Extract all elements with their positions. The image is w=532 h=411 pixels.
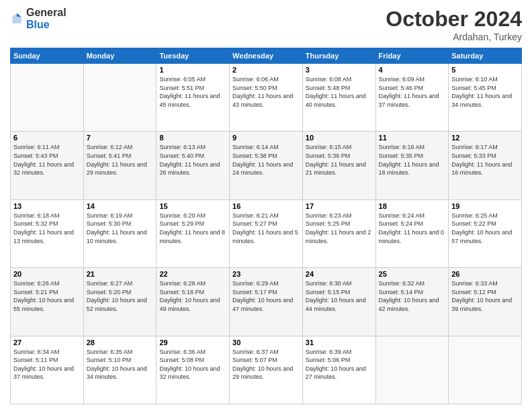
day-info: Sunrise: 6:25 AMSunset: 5:22 PMDaylight:… bbox=[451, 212, 519, 245]
day-number: 1 bbox=[159, 66, 226, 74]
calendar-week-row: 20Sunrise: 6:26 AMSunset: 5:21 PMDayligh… bbox=[11, 268, 522, 336]
calendar-day-cell: 15Sunrise: 6:20 AMSunset: 5:29 PMDayligh… bbox=[157, 199, 230, 267]
logo-text: General Blue bbox=[26, 7, 66, 30]
day-info: Sunrise: 6:16 AMSunset: 5:35 PMDaylight:… bbox=[379, 143, 446, 177]
calendar-day-cell: 12Sunrise: 6:17 AMSunset: 5:33 PMDayligh… bbox=[449, 132, 522, 199]
day-number: 16 bbox=[232, 202, 300, 210]
calendar-day-cell: 29Sunrise: 6:36 AMSunset: 5:08 PMDayligh… bbox=[157, 336, 230, 404]
calendar-day-cell: 17Sunrise: 6:23 AMSunset: 5:25 PMDayligh… bbox=[302, 199, 375, 267]
day-info: Sunrise: 6:35 AMSunset: 5:10 PMDaylight:… bbox=[87, 348, 154, 381]
day-number: 17 bbox=[306, 202, 373, 210]
day-number: 20 bbox=[13, 270, 81, 278]
calendar-day-cell: 21Sunrise: 6:27 AMSunset: 5:20 PMDayligh… bbox=[83, 268, 157, 336]
calendar-day-cell: 31Sunrise: 6:39 AMSunset: 5:06 PMDayligh… bbox=[302, 336, 375, 404]
calendar-day-cell bbox=[375, 336, 449, 404]
calendar-day-cell: 28Sunrise: 6:35 AMSunset: 5:10 PMDayligh… bbox=[83, 336, 157, 404]
day-info: Sunrise: 6:36 AMSunset: 5:08 PMDaylight:… bbox=[159, 348, 226, 381]
day-info: Sunrise: 6:14 AMSunset: 5:38 PMDaylight:… bbox=[232, 143, 300, 177]
day-number: 21 bbox=[87, 270, 154, 278]
day-number: 31 bbox=[306, 338, 373, 347]
day-info: Sunrise: 6:15 AMSunset: 5:36 PMDaylight:… bbox=[306, 143, 373, 177]
calendar-day-cell: 1Sunrise: 6:05 AMSunset: 5:51 PMDaylight… bbox=[157, 64, 230, 132]
day-number: 11 bbox=[379, 134, 446, 142]
calendar-table: SundayMondayTuesdayWednesdayThursdayFrid… bbox=[10, 48, 522, 404]
day-info: Sunrise: 6:06 AMSunset: 5:50 PMDaylight:… bbox=[232, 75, 300, 109]
day-info: Sunrise: 6:28 AMSunset: 5:18 PMDaylight:… bbox=[159, 279, 226, 313]
day-info: Sunrise: 6:13 AMSunset: 5:40 PMDaylight:… bbox=[159, 143, 226, 177]
day-number: 13 bbox=[13, 202, 81, 210]
logo: General Blue bbox=[10, 7, 66, 30]
day-info: Sunrise: 6:30 AMSunset: 5:15 PMDaylight:… bbox=[306, 279, 373, 313]
day-number: 18 bbox=[379, 202, 446, 210]
calendar-day-cell: 10Sunrise: 6:15 AMSunset: 5:36 PMDayligh… bbox=[302, 132, 375, 199]
calendar-day-cell bbox=[11, 64, 84, 132]
calendar-day-cell: 24Sunrise: 6:30 AMSunset: 5:15 PMDayligh… bbox=[302, 268, 375, 336]
calendar-day-header: Monday bbox=[83, 48, 157, 64]
day-info: Sunrise: 6:19 AMSunset: 5:30 PMDaylight:… bbox=[87, 212, 154, 245]
day-number: 2 bbox=[232, 66, 300, 74]
calendar-day-cell: 19Sunrise: 6:25 AMSunset: 5:22 PMDayligh… bbox=[449, 199, 522, 267]
day-number: 8 bbox=[159, 134, 226, 142]
day-number: 24 bbox=[306, 270, 373, 278]
day-info: Sunrise: 6:12 AMSunset: 5:41 PMDaylight:… bbox=[87, 143, 154, 177]
calendar-day-header: Sunday bbox=[11, 48, 84, 64]
day-info: Sunrise: 6:21 AMSunset: 5:27 PMDaylight:… bbox=[232, 212, 300, 245]
day-info: Sunrise: 6:20 AMSunset: 5:29 PMDaylight:… bbox=[159, 212, 226, 245]
calendar-day-cell: 20Sunrise: 6:26 AMSunset: 5:21 PMDayligh… bbox=[11, 268, 84, 336]
calendar-day-cell: 30Sunrise: 6:37 AMSunset: 5:07 PMDayligh… bbox=[230, 336, 303, 404]
day-number: 29 bbox=[159, 338, 226, 347]
day-info: Sunrise: 6:37 AMSunset: 5:07 PMDaylight:… bbox=[232, 348, 300, 381]
calendar-week-row: 27Sunrise: 6:34 AMSunset: 5:11 PMDayligh… bbox=[11, 336, 522, 404]
calendar-day-cell: 9Sunrise: 6:14 AMSunset: 5:38 PMDaylight… bbox=[230, 132, 303, 199]
day-number: 5 bbox=[451, 66, 519, 74]
calendar-day-cell: 22Sunrise: 6:28 AMSunset: 5:18 PMDayligh… bbox=[157, 268, 230, 336]
day-number: 19 bbox=[451, 202, 519, 210]
day-info: Sunrise: 6:18 AMSunset: 5:32 PMDaylight:… bbox=[13, 212, 81, 245]
day-info: Sunrise: 6:23 AMSunset: 5:25 PMDaylight:… bbox=[306, 212, 373, 245]
calendar-day-cell: 7Sunrise: 6:12 AMSunset: 5:41 PMDaylight… bbox=[83, 132, 157, 199]
calendar-week-row: 1Sunrise: 6:05 AMSunset: 5:51 PMDaylight… bbox=[11, 64, 522, 132]
calendar-week-row: 13Sunrise: 6:18 AMSunset: 5:32 PMDayligh… bbox=[11, 199, 522, 267]
day-info: Sunrise: 6:24 AMSunset: 5:24 PMDaylight:… bbox=[379, 212, 446, 245]
logo-blue: Blue bbox=[26, 19, 66, 31]
day-number: 26 bbox=[451, 270, 519, 278]
calendar-day-cell: 18Sunrise: 6:24 AMSunset: 5:24 PMDayligh… bbox=[375, 199, 449, 267]
day-info: Sunrise: 6:33 AMSunset: 5:12 PMDaylight:… bbox=[451, 279, 519, 313]
day-number: 15 bbox=[159, 202, 226, 210]
calendar-day-cell bbox=[83, 64, 157, 132]
day-info: Sunrise: 6:29 AMSunset: 5:17 PMDaylight:… bbox=[232, 279, 300, 313]
calendar-day-cell: 14Sunrise: 6:19 AMSunset: 5:30 PMDayligh… bbox=[83, 199, 157, 267]
day-number: 30 bbox=[232, 338, 300, 347]
day-info: Sunrise: 6:27 AMSunset: 5:20 PMDaylight:… bbox=[87, 279, 154, 313]
calendar-day-cell: 23Sunrise: 6:29 AMSunset: 5:17 PMDayligh… bbox=[230, 268, 303, 336]
calendar-day-cell: 6Sunrise: 6:11 AMSunset: 5:43 PMDaylight… bbox=[11, 132, 84, 199]
day-number: 27 bbox=[13, 338, 81, 347]
day-info: Sunrise: 6:09 AMSunset: 5:46 PMDaylight:… bbox=[379, 75, 446, 109]
day-info: Sunrise: 6:10 AMSunset: 5:45 PMDaylight:… bbox=[451, 75, 519, 109]
calendar-day-cell: 13Sunrise: 6:18 AMSunset: 5:32 PMDayligh… bbox=[11, 199, 84, 267]
day-number: 6 bbox=[13, 134, 81, 142]
calendar-day-cell: 26Sunrise: 6:33 AMSunset: 5:12 PMDayligh… bbox=[449, 268, 522, 336]
calendar-day-cell: 16Sunrise: 6:21 AMSunset: 5:27 PMDayligh… bbox=[230, 199, 303, 267]
calendar-day-header: Saturday bbox=[449, 48, 522, 64]
day-number: 9 bbox=[232, 134, 300, 142]
day-info: Sunrise: 6:05 AMSunset: 5:51 PMDaylight:… bbox=[159, 75, 226, 109]
calendar-day-cell: 8Sunrise: 6:13 AMSunset: 5:40 PMDaylight… bbox=[157, 132, 230, 199]
day-info: Sunrise: 6:17 AMSunset: 5:33 PMDaylight:… bbox=[451, 143, 519, 177]
calendar-week-row: 6Sunrise: 6:11 AMSunset: 5:43 PMDaylight… bbox=[11, 132, 522, 199]
calendar-day-cell: 11Sunrise: 6:16 AMSunset: 5:35 PMDayligh… bbox=[375, 132, 449, 199]
month-title: October 2024 bbox=[386, 7, 522, 32]
calendar-day-header: Tuesday bbox=[157, 48, 230, 64]
calendar-day-cell: 25Sunrise: 6:32 AMSunset: 5:14 PMDayligh… bbox=[375, 268, 449, 336]
calendar-day-cell: 3Sunrise: 6:08 AMSunset: 5:48 PMDaylight… bbox=[302, 64, 375, 132]
calendar-header-row: SundayMondayTuesdayWednesdayThursdayFrid… bbox=[11, 48, 522, 64]
logo-general: General bbox=[26, 7, 66, 19]
day-number: 23 bbox=[232, 270, 300, 278]
day-number: 12 bbox=[451, 134, 519, 142]
day-number: 14 bbox=[87, 202, 154, 210]
day-info: Sunrise: 6:34 AMSunset: 5:11 PMDaylight:… bbox=[13, 348, 81, 381]
calendar-body: 1Sunrise: 6:05 AMSunset: 5:51 PMDaylight… bbox=[11, 64, 522, 404]
day-number: 25 bbox=[379, 270, 446, 278]
day-number: 4 bbox=[379, 66, 446, 74]
calendar-day-header: Wednesday bbox=[230, 48, 303, 64]
